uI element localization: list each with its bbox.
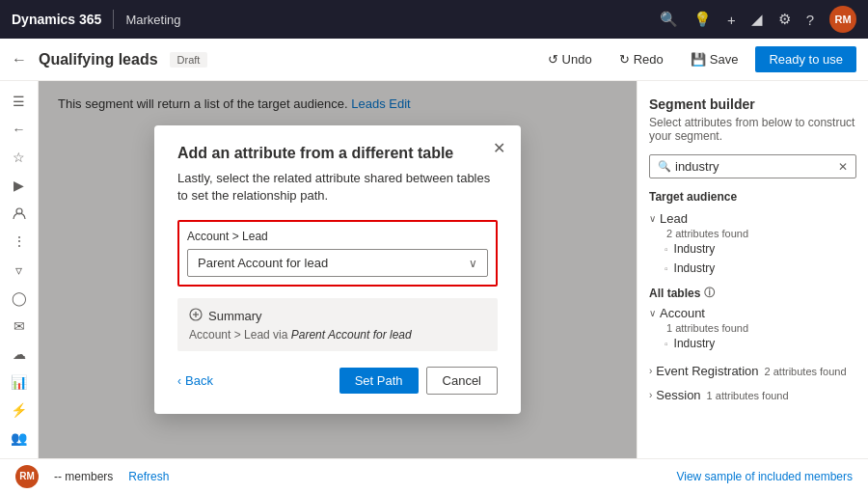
set-path-button[interactable]: Set Path [339,368,419,394]
content-area: This segment will return a list of the t… [39,81,637,458]
search-box[interactable]: 🔍 ✕ [649,154,856,178]
settings-icon[interactable]: ⚙ [778,11,791,28]
summary-header: Summary [189,308,486,324]
right-sidebar: Segment builder Select attributes from b… [637,81,868,458]
event-group-count: 2 attributes found [765,366,847,377]
undo-icon: ↺ [548,52,558,67]
sidebar-icon-star[interactable]: ☆ [4,145,35,169]
search-icon: 🔍 [658,160,671,173]
sidebar-icon-play[interactable]: ▶ [4,173,35,197]
sidebar-icon-menu[interactable]: ☰ [4,89,35,113]
save-button[interactable]: 💾 Save [681,48,748,70]
modal-dialog: ✕ Add an attribute from a different tabl… [154,125,521,414]
back-button-modal[interactable]: ‹ Back [177,373,213,388]
sidebar-icon-email[interactable]: ✉ [4,314,35,338]
main-layout: ☰ ← ☆ ▶ ⋮ ▿ ◯ ✉ ☁ 📊 ⚡ 👥 This segment wil… [0,81,868,458]
lead-group-header[interactable]: ∨ Lead [649,209,856,228]
lead-group-count: 2 attributes found [651,228,856,239]
tree-item-label-2: Industry [674,261,716,275]
nav-icons: 🔍 💡 + ◢ ⚙ ? RM [660,6,856,33]
save-label: Save [710,52,739,67]
filter-icon[interactable]: ◢ [751,11,763,28]
modal-description: Lastly, select the related attribute sha… [177,170,498,205]
tree-item-label-3: Industry [674,337,716,350]
relation-section: Account > Lead Parent Account for lead ∨ [177,220,498,287]
sidebar-icon-cloud[interactable]: ☁ [4,342,35,366]
status-bar: RM -- members Refresh View sample of inc… [0,458,868,493]
tree-item-industry-1[interactable]: ▫ Industry [649,239,856,259]
summary-text: Account > Lead via Parent Account for le… [189,328,486,342]
search-icon[interactable]: 🔍 [660,11,678,28]
table-icon-2: ▫ [665,263,668,274]
sidebar-icon-circle[interactable]: ◯ [4,286,35,310]
relation-label: Account > Lead [187,230,488,243]
search-input[interactable] [675,159,838,174]
session-group-count: 1 attributes found [707,390,789,401]
account-group-name: Account [660,306,705,320]
session-group-name: Session [656,388,700,402]
back-label: Back [185,373,213,388]
event-group-name: Event Registration [656,364,758,378]
sidebar-icon-people[interactable]: 👥 [4,426,35,451]
lead-chevron-icon: ∨ [649,213,656,224]
undo-label: Undo [562,52,592,67]
table-icon-1: ▫ [665,244,668,255]
cancel-button[interactable]: Cancel [426,367,498,395]
tree-item-industry-2[interactable]: ▫ Industry [649,259,856,278]
back-button[interactable]: ← [12,51,27,68]
dropdown-arrow-icon: ∨ [469,257,477,270]
redo-icon: ↻ [619,52,630,67]
summary-title: Summary [208,309,262,323]
tree-item-label-1: Industry [674,242,716,256]
tree-item-account-industry[interactable]: ▫ Industry [649,334,856,353]
undo-button[interactable]: ↺ Undo [538,48,602,70]
modal-footer: ‹ Back Set Path Cancel [177,367,498,395]
help-icon[interactable]: ? [806,12,814,28]
page-title: Qualifying leads [39,51,158,68]
dropdown-parent-account[interactable]: Parent Account for lead ∨ [187,249,488,277]
sidebar-icon-lightning[interactable]: ⚡ [4,398,35,423]
summary-icon [189,308,203,324]
session-group[interactable]: › Session 1 attributes found [649,385,856,405]
avatar[interactable]: RM [829,6,856,33]
status-badge: Draft [170,52,208,68]
dropdown-value: Parent Account for lead [198,256,469,270]
all-tables-label: All tables ⓘ [649,286,856,300]
secondary-toolbar: ← Qualifying leads Draft ↺ Undo ↻ Redo 💾… [0,39,868,81]
account-group-count: 1 attributes found [651,322,856,334]
module-label: Marketing [125,13,180,27]
sidebar-icon-back[interactable]: ← [4,117,35,141]
sidebar-icon-grid[interactable]: ⋮ [4,230,35,254]
redo-button[interactable]: ↻ Redo [610,48,673,70]
redo-label: Redo [634,52,664,67]
brand-label: Dynamics 365 [12,12,101,27]
lead-group: ∨ Lead 2 attributes found ▫ Industry ▫ I… [649,209,856,278]
lead-group-name: Lead [660,211,688,226]
account-group: ∨ Account 1 attributes found ▫ Industry [649,304,856,353]
session-chevron-icon: › [649,390,652,400]
modal-overlay: ✕ Add an attribute from a different tabl… [39,81,637,458]
lightbulb-icon[interactable]: 💡 [693,11,712,28]
search-clear-icon[interactable]: ✕ [838,160,848,174]
save-icon: 💾 [691,52,706,67]
left-sidebar: ☰ ← ☆ ▶ ⋮ ▿ ◯ ✉ ☁ 📊 ⚡ 👥 [0,81,39,458]
refresh-button[interactable]: Refresh [128,470,169,483]
event-group[interactable]: › Event Registration 2 attributes found [649,361,856,381]
sidebar-subtitle: Select attributes from below to construc… [649,116,856,143]
status-avatar: RM [15,465,39,488]
account-chevron-icon: ∨ [649,308,656,318]
account-group-header[interactable]: ∨ Account [649,304,856,322]
members-count: -- members [54,470,113,483]
add-icon[interactable]: + [727,12,736,28]
ready-to-use-button[interactable]: Ready to use [755,46,856,72]
view-sample-link[interactable]: View sample of included members [676,470,853,483]
sidebar-icon-chart[interactable]: 📊 [4,370,35,395]
sidebar-icon-contacts[interactable] [4,202,35,226]
modal-close-button[interactable]: ✕ [493,141,505,156]
nav-divider [113,10,114,29]
target-audience-label: Target audience [649,190,856,204]
info-icon: ⓘ [704,286,715,300]
back-chevron-icon: ‹ [177,374,181,388]
sidebar-icon-filter[interactable]: ▿ [4,258,35,282]
table-icon-3: ▫ [665,339,668,349]
